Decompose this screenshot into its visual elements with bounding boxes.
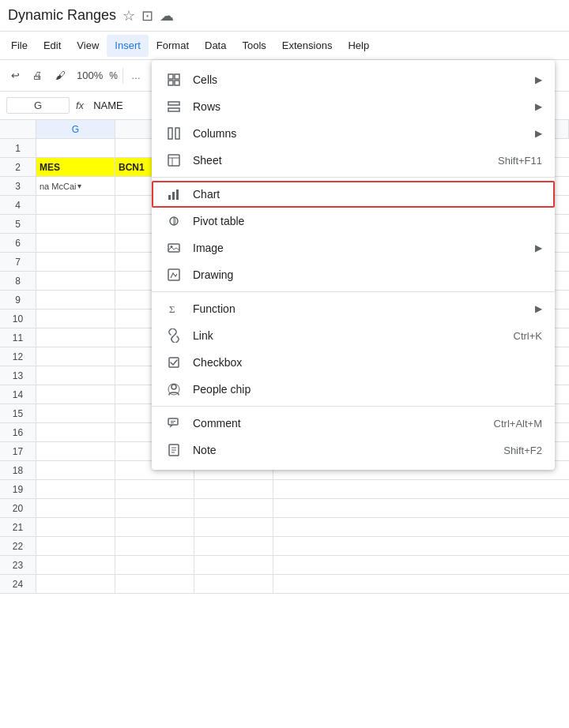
columns-icon — [164, 126, 183, 141]
row-num: 21 — [0, 518, 36, 536]
cell[interactable] — [36, 537, 115, 555]
row-num: 11 — [0, 328, 36, 347]
cell[interactable] — [36, 328, 115, 347]
svg-rect-6 — [168, 128, 172, 139]
cell[interactable] — [36, 196, 115, 214]
insert-comment-item[interactable]: Comment Ctrl+Alt+M — [152, 410, 555, 437]
cell[interactable] — [36, 442, 115, 460]
cell[interactable] — [36, 291, 115, 309]
cell[interactable] — [115, 575, 194, 593]
cell[interactable] — [36, 499, 115, 517]
cell[interactable] — [115, 556, 194, 574]
dropdown-arrow-icon[interactable]: ▾ — [77, 182, 81, 190]
row-num: 7 — [0, 253, 36, 271]
rows-arrow-icon: ▶ — [535, 101, 542, 112]
cell[interactable] — [36, 347, 115, 366]
menu-tools[interactable]: Tools — [234, 35, 273, 57]
cell[interactable] — [36, 366, 115, 385]
row-num: 9 — [0, 291, 36, 309]
cell[interactable] — [36, 385, 115, 403]
cell[interactable] — [36, 215, 115, 233]
cell[interactable] — [36, 556, 115, 574]
cell[interactable] — [36, 575, 115, 593]
cell[interactable] — [36, 272, 115, 290]
menu-insert[interactable]: Insert — [107, 35, 149, 57]
cell[interactable] — [36, 253, 115, 271]
cell-g3[interactable]: na McCai ▾ — [36, 177, 115, 195]
menu-help[interactable]: Help — [340, 35, 377, 57]
sheet-shortcut: Shift+F11 — [498, 155, 542, 167]
rows-icon — [164, 99, 183, 114]
insert-image-item[interactable]: Image ▶ — [152, 235, 555, 261]
cell[interactable] — [36, 480, 115, 498]
row-num-1: 1 — [0, 139, 36, 157]
cell[interactable] — [36, 461, 115, 479]
zoom-level[interactable]: 100% — [73, 69, 106, 81]
star-icon[interactable]: ☆ — [122, 7, 135, 24]
insert-people-item[interactable]: People chip — [152, 376, 555, 403]
row-num: 12 — [0, 347, 36, 366]
row-num: 16 — [0, 423, 36, 441]
insert-sheet-item[interactable]: Sheet Shift+F11 — [152, 147, 555, 174]
insert-chart-item[interactable]: Chart — [152, 181, 555, 208]
insert-drawing-item[interactable]: Drawing — [152, 261, 555, 288]
note-label: Note — [193, 444, 472, 456]
insert-function-item[interactable]: Σ Function ▶ — [152, 295, 555, 322]
undo-button[interactable]: ↩ — [6, 66, 24, 84]
cell[interactable] — [115, 518, 194, 536]
cell[interactable] — [115, 537, 194, 555]
insert-link-item[interactable]: Link Ctrl+K — [152, 322, 555, 349]
menu-format[interactable]: Format — [149, 35, 197, 57]
table-row: 23 — [0, 556, 569, 575]
cell-reference[interactable]: G — [6, 97, 70, 114]
folder-icon[interactable]: ⊡ — [141, 7, 153, 24]
cell[interactable] — [194, 480, 273, 498]
svg-rect-3 — [175, 81, 179, 85]
menu-data[interactable]: Data — [197, 35, 234, 57]
insert-pivot-item[interactable]: Pivot table — [152, 208, 555, 235]
cell[interactable] — [36, 310, 115, 328]
cell[interactable] — [36, 518, 115, 536]
comment-icon — [164, 416, 183, 430]
pivot-label: Pivot table — [193, 215, 542, 227]
cell[interactable] — [115, 499, 194, 517]
separator-2 — [152, 291, 555, 292]
paint-format-button[interactable]: 🖌 — [51, 66, 70, 84]
people-label: People chip — [193, 383, 542, 396]
cell[interactable] — [194, 556, 273, 574]
print-button[interactable]: 🖨 — [28, 66, 47, 84]
insert-columns-item[interactable]: Columns ▶ — [152, 120, 555, 147]
cell-g2[interactable]: MES — [36, 158, 115, 176]
col-header-g[interactable]: G — [36, 120, 115, 138]
columns-label: Columns — [193, 127, 529, 140]
cell[interactable] — [194, 537, 273, 555]
cell[interactable] — [36, 423, 115, 441]
cell[interactable] — [194, 499, 273, 517]
title-bar: Dynamic Ranges ☆ ⊡ ☁ — [0, 0, 569, 32]
cell-g1[interactable] — [36, 139, 115, 157]
cell[interactable] — [36, 404, 115, 422]
cloud-icon[interactable]: ☁ — [160, 7, 174, 24]
svg-rect-7 — [175, 128, 179, 139]
row-num: 15 — [0, 404, 36, 422]
table-row: 19 — [0, 480, 569, 499]
image-label: Image — [193, 242, 529, 254]
insert-rows-item[interactable]: Rows ▶ — [152, 93, 555, 120]
menu-extensions[interactable]: Extensions — [274, 35, 341, 57]
cell[interactable] — [194, 575, 273, 593]
svg-rect-16 — [168, 244, 179, 252]
table-row: 20 — [0, 499, 569, 518]
menu-file[interactable]: File — [3, 35, 36, 57]
cell[interactable] — [115, 480, 194, 498]
cell[interactable] — [36, 234, 115, 252]
drawing-icon — [164, 268, 183, 282]
insert-checkbox-item[interactable]: Checkbox — [152, 349, 555, 376]
insert-note-item[interactable]: Note Shift+F2 — [152, 437, 555, 463]
cell[interactable] — [194, 518, 273, 536]
separator-3 — [152, 406, 555, 407]
svg-rect-11 — [168, 195, 171, 200]
insert-cells-item[interactable]: Cells ▶ — [152, 66, 555, 93]
menu-edit[interactable]: Edit — [36, 35, 69, 57]
function-arrow-icon: ▶ — [535, 303, 542, 314]
menu-view[interactable]: View — [69, 35, 107, 57]
